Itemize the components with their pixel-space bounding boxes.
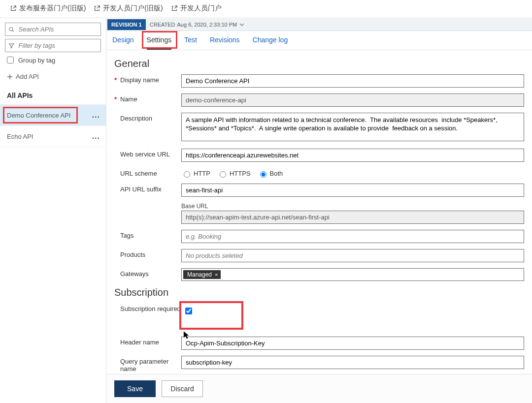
- filter-tags-input[interactable]: [18, 41, 98, 50]
- settings-form: General *Display name *Name Description …: [106, 50, 532, 374]
- created-label: CREATED: [150, 22, 175, 28]
- highlight-box: [179, 301, 243, 330]
- subscription-required-checkbox[interactable]: [185, 308, 192, 314]
- context-menu-icon[interactable]: ...: [91, 111, 101, 120]
- add-api-label: Add API: [16, 73, 39, 80]
- sidebar: Group by tag Add API All APIs Demo Confe…: [0, 19, 106, 403]
- sidebar-item-echo-api[interactable]: Echo API ...: [0, 126, 106, 147]
- name-label: Name: [120, 95, 137, 103]
- group-by-tag-checkbox[interactable]: [7, 57, 14, 63]
- display-name-label: Display name: [120, 76, 159, 84]
- sidebar-item-demo-conference[interactable]: Demo Conference API ...: [0, 105, 106, 126]
- tab-changelog[interactable]: Change log: [253, 36, 288, 50]
- api-url-suffix-input[interactable]: [181, 184, 524, 197]
- base-url-label: Base URL: [181, 203, 524, 210]
- products-label: Products: [120, 251, 145, 258]
- tab-revisions[interactable]: Revisions: [210, 36, 240, 50]
- portal-link-developer[interactable]: 开发人员门户: [171, 4, 222, 13]
- search-icon: [8, 26, 15, 33]
- products-input[interactable]: [181, 249, 524, 262]
- url-scheme-both[interactable]: Both: [258, 170, 283, 178]
- query-param-name-input[interactable]: [181, 356, 524, 369]
- tabs: Design Settings Test Revisions Change lo…: [106, 31, 532, 50]
- plus-icon: [7, 74, 13, 80]
- revision-badge[interactable]: REVISION 1: [107, 19, 146, 30]
- portal-link-label: 开发人员门户: [180, 4, 222, 13]
- revision-bar: REVISION 1 CREATED Aug 6, 2020, 2:33:10 …: [106, 19, 532, 31]
- display-name-input[interactable]: [181, 74, 524, 88]
- description-label: Description: [120, 115, 152, 122]
- header-name-label: Header name: [120, 339, 159, 346]
- group-by-tag-row[interactable]: Group by tag: [0, 52, 106, 68]
- group-by-tag-label: Group by tag: [18, 57, 55, 64]
- url-scheme-radios: HTTP HTTPS Both: [181, 168, 524, 178]
- revision-created[interactable]: CREATED Aug 6, 2020, 2:33:10 PM: [146, 22, 245, 28]
- description-textarea[interactable]: A sample API with information related to…: [181, 113, 524, 141]
- gateway-chip-label: Managed: [187, 271, 212, 278]
- save-button[interactable]: Save: [114, 380, 156, 397]
- base-url-input[interactable]: [181, 211, 524, 224]
- portal-link-label: 开发人员门户(旧版): [103, 4, 163, 13]
- webservice-url-label: Web service URL: [120, 151, 170, 158]
- url-scheme-label: URL scheme: [120, 170, 157, 177]
- api-url-suffix-label: API URL suffix: [120, 186, 162, 193]
- tags-label: Tags: [120, 232, 133, 239]
- external-link-icon: [10, 5, 17, 12]
- portal-link-label: 发布服务器门户(旧版): [19, 4, 86, 13]
- url-scheme-https[interactable]: HTTPS: [217, 170, 251, 178]
- add-api-button[interactable]: Add API: [0, 68, 106, 86]
- main-panel: REVISION 1 CREATED Aug 6, 2020, 2:33:10 …: [106, 19, 532, 403]
- external-link-icon: [94, 5, 100, 12]
- chevron-down-icon: [239, 22, 245, 28]
- tab-test[interactable]: Test: [184, 36, 197, 50]
- footer-bar: Save Discard: [106, 374, 532, 403]
- general-heading: General: [114, 58, 524, 69]
- subscription-required-label: Subscription required: [120, 305, 181, 312]
- tab-settings[interactable]: Settings: [147, 36, 172, 50]
- gateways-label: Gateways: [120, 270, 149, 278]
- context-menu-icon[interactable]: ...: [91, 132, 101, 141]
- discard-button[interactable]: Discard: [162, 380, 203, 397]
- svg-point-0: [9, 27, 13, 31]
- top-links-bar: 发布服务器门户(旧版) 开发人员门户(旧版) 开发人员门户: [0, 0, 532, 18]
- search-apis-box[interactable]: [5, 23, 101, 36]
- tags-input[interactable]: [181, 230, 524, 243]
- filter-tags-box[interactable]: [5, 39, 101, 52]
- tab-design[interactable]: Design: [112, 36, 134, 50]
- sidebar-item-label: Echo API: [7, 133, 33, 140]
- filter-icon: [8, 42, 15, 49]
- external-link-icon: [171, 5, 178, 12]
- created-value: Aug 6, 2020, 2:33:10 PM: [177, 22, 237, 28]
- url-scheme-http[interactable]: HTTP: [181, 170, 210, 178]
- all-apis-heading[interactable]: All APIs: [0, 86, 106, 105]
- header-name-input[interactable]: [181, 337, 524, 350]
- portal-link-developer-old[interactable]: 开发人员门户(旧版): [94, 4, 163, 13]
- name-input[interactable]: [181, 93, 524, 107]
- query-param-name-label: Query parameter name: [120, 358, 168, 372]
- gateway-chip-managed[interactable]: Managed ×: [183, 270, 221, 279]
- portal-link-publisher-old[interactable]: 发布服务器门户(旧版): [10, 4, 86, 13]
- gateways-input[interactable]: Managed ×: [181, 268, 524, 281]
- sidebar-item-label: Demo Conference API: [7, 112, 70, 119]
- search-apis-input[interactable]: [18, 25, 98, 33]
- webservice-url-input[interactable]: [181, 149, 524, 162]
- subscription-heading: Subscription: [114, 287, 524, 298]
- svg-line-1: [12, 30, 14, 31]
- remove-icon[interactable]: ×: [215, 272, 218, 278]
